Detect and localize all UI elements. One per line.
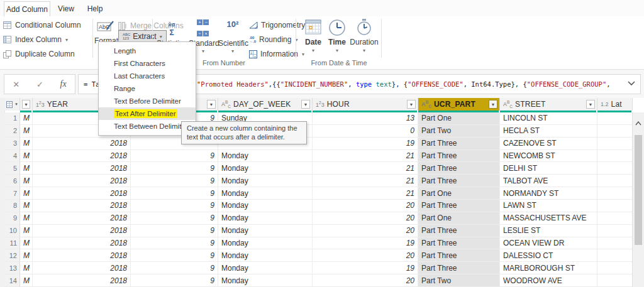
commit-formula-icon[interactable]: ✓ <box>36 80 43 89</box>
cell-street[interactable]: LAWN ST <box>500 200 597 212</box>
menu-item-last-characters[interactable]: Last Characters <box>99 70 196 82</box>
cell-hour[interactable]: 21 <box>313 150 418 163</box>
cell-day[interactable]: Monday <box>218 200 313 212</box>
row-number[interactable]: 14 <box>4 274 20 287</box>
cell-street[interactable]: OCEAN VIEW DR <box>500 237 597 250</box>
cell-year[interactable]: 2018 <box>33 225 131 237</box>
cell-m[interactable]: M <box>20 274 33 287</box>
cell-m[interactable]: M <box>20 175 33 187</box>
cell-hour[interactable]: 19 <box>313 262 418 274</box>
cell-m[interactable]: M <box>20 262 33 274</box>
cell-lat[interactable] <box>597 200 633 212</box>
cell-month[interactable]: 9 <box>131 175 218 187</box>
cell-street[interactable]: MARLBOROUGH ST <box>500 262 597 274</box>
cell-lat[interactable] <box>597 187 633 200</box>
cell-month[interactable]: 9 <box>131 162 218 175</box>
cell-month[interactable]: 9 <box>131 274 218 287</box>
menu-item-first-characters[interactable]: First Characters <box>99 57 196 70</box>
tab-help[interactable]: Help <box>83 2 107 16</box>
cell-hour[interactable]: 20 <box>313 274 418 287</box>
cell-street[interactable]: CAZENOVE ST <box>500 138 597 150</box>
select-all-header[interactable]: ▾ <box>4 98 20 111</box>
cell-m[interactable]: M <box>20 212 33 225</box>
rounding-button[interactable]: .00→.0 Rounding▾ <box>249 34 297 45</box>
cell-month[interactable]: 9 <box>131 249 218 262</box>
menu-item-range[interactable]: Range <box>99 82 196 95</box>
cell-ucr[interactable]: Part One <box>418 212 500 225</box>
cell-year[interactable]: 2018 <box>33 200 131 212</box>
cell-street[interactable]: LESLIE ST <box>500 225 597 237</box>
cell-m[interactable]: M <box>20 225 33 237</box>
cell-lat[interactable] <box>597 274 633 287</box>
cell-lat[interactable] <box>597 249 633 262</box>
cell-hour[interactable]: 19 <box>313 237 418 250</box>
cell-ucr[interactable]: Part Three <box>418 150 500 163</box>
scientific-button[interactable]: 10² Scientific ▾ <box>218 18 247 30</box>
cell-ucr[interactable]: Part Three <box>418 237 500 250</box>
cell-hour[interactable]: 20 <box>313 225 418 237</box>
filter-icon[interactable]: ▼ <box>301 100 310 109</box>
filter-icon[interactable]: ▼ <box>586 100 595 109</box>
cell-month[interactable]: 9 <box>131 225 218 237</box>
row-number[interactable]: 7 <box>4 187 20 200</box>
cell-hour[interactable]: 13 <box>313 112 418 125</box>
cell-year[interactable]: 2018 <box>33 212 131 225</box>
filter-icon[interactable]: ▼ <box>207 100 216 109</box>
index-column-button[interactable]: Index Column▾ <box>3 34 68 45</box>
cell-day[interactable]: Monday <box>218 274 313 287</box>
menu-item-text-before-delimiter[interactable]: Text Before Delimiter <box>99 95 196 107</box>
cell-hour[interactable]: 20 <box>313 212 418 225</box>
cell-lat[interactable] <box>597 162 633 175</box>
cell-m[interactable]: M <box>20 150 33 163</box>
filter-icon[interactable]: ▼ <box>489 100 497 109</box>
filter-icon[interactable]: ▼ <box>407 100 416 109</box>
column-header-day[interactable]: ABCDAY_OF_WEEK▼ <box>218 98 313 111</box>
scroll-up-icon[interactable] <box>635 121 641 126</box>
scrollbar-thumb[interactable] <box>635 135 642 245</box>
cell-day[interactable]: Monday <box>218 150 313 163</box>
column-header-m[interactable]: ▼ <box>20 98 33 111</box>
cell-ucr[interactable]: Part Three <box>418 138 500 150</box>
cell-lat[interactable] <box>597 138 633 150</box>
cell-m[interactable]: M <box>20 187 33 200</box>
cell-hour[interactable]: 20 <box>313 249 418 262</box>
cancel-formula-icon[interactable]: ✕ <box>13 80 19 89</box>
cell-ucr[interactable]: Part Three <box>418 225 500 237</box>
conditional-column-button[interactable]: Conditional Column <box>3 19 81 31</box>
standard-button[interactable]: +−÷× Standard ▾ <box>189 19 218 42</box>
cell-year[interactable]: 2018 <box>33 249 131 262</box>
cell-hour[interactable]: 21 <box>313 175 418 187</box>
cell-year[interactable]: 2018 <box>33 187 131 200</box>
duration-button[interactable]: Duration ▾ <box>350 19 379 38</box>
duplicate-column-button[interactable]: Duplicate Column <box>3 48 75 60</box>
cell-year[interactable]: 2018 <box>33 175 131 187</box>
row-number[interactable]: 12 <box>4 249 20 262</box>
cell-m[interactable]: M <box>20 138 33 150</box>
cell-street[interactable]: NORMANDY ST <box>500 187 597 200</box>
row-number[interactable]: 11 <box>4 237 20 250</box>
cell-year[interactable]: 2018 <box>33 138 131 150</box>
cell-day[interactable]: Monday <box>218 262 313 274</box>
row-number[interactable]: 3 <box>4 138 20 150</box>
cell-year[interactable]: 2018 <box>33 274 131 287</box>
cell-street[interactable]: HECLA ST <box>500 125 597 138</box>
column-header-hour[interactable]: 123HOUR▼ <box>313 98 418 111</box>
cell-m[interactable]: M <box>20 200 33 212</box>
cell-street[interactable]: TALBOT AVE <box>500 175 597 187</box>
cell-month[interactable]: 9 <box>131 262 218 274</box>
row-number[interactable]: 2 <box>4 125 20 138</box>
cell-lat[interactable] <box>597 125 633 138</box>
column-header-lat[interactable]: 1.2Lat <box>597 98 633 111</box>
cell-hour[interactable]: 19 <box>313 138 418 150</box>
cell-street[interactable]: DALESSIO CT <box>500 249 597 262</box>
cell-day[interactable]: Monday <box>218 175 313 187</box>
row-number[interactable]: 8 <box>4 200 20 212</box>
cell-street[interactable]: MASSACHUSETTS AVE <box>500 212 597 225</box>
cell-lat[interactable] <box>597 262 633 274</box>
tab-view[interactable]: View <box>54 2 78 16</box>
tab-add-column[interactable]: Add Column <box>4 1 50 18</box>
cell-month[interactable]: 9 <box>131 150 218 163</box>
cell-day[interactable]: Monday <box>218 225 313 237</box>
cell-ucr[interactable]: Part Two <box>418 274 500 287</box>
cell-month[interactable]: 9 <box>131 187 218 200</box>
